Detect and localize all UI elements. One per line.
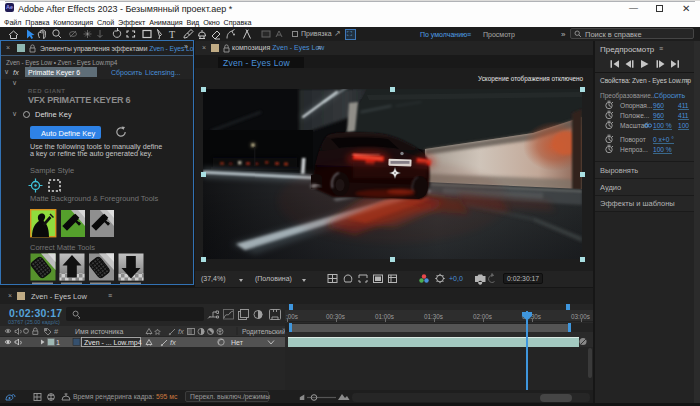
svg-text:fx: fx <box>178 327 184 336</box>
svg-text:fx: fx <box>170 338 176 347</box>
svg-text:#: # <box>54 327 59 336</box>
svg-text:Нет: Нет <box>231 338 244 345</box>
svg-text:Родительский элемент ...: Родительский элемент ... <box>242 328 285 336</box>
svg-text:Zven - ... Low.mp4: Zven - ... Low.mp4 <box>84 338 142 346</box>
svg-text:T: T <box>169 29 175 40</box>
svg-text:Имя источника: Имя источника <box>75 328 123 335</box>
svg-text:1: 1 <box>56 338 60 345</box>
